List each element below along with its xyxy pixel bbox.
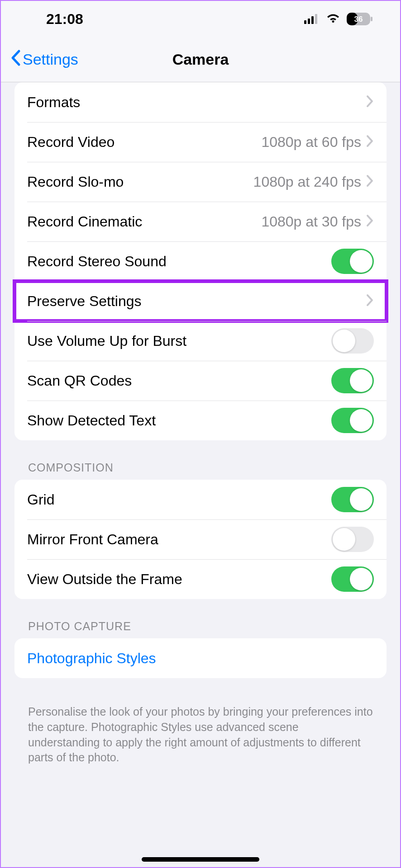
row-label: Record Slo-mo xyxy=(27,174,253,190)
cellular-icon xyxy=(304,11,320,28)
back-label: Settings xyxy=(23,51,78,68)
svg-rect-3 xyxy=(315,14,317,24)
row-value: 1080p at 240 fps xyxy=(253,174,361,190)
settings-row[interactable]: Mirror Front Camera xyxy=(14,519,387,559)
settings-row[interactable]: Use Volume Up for Burst xyxy=(14,321,387,361)
chevron-left-icon xyxy=(10,49,21,70)
settings-row[interactable]: Formats xyxy=(14,82,387,122)
row-label: Preserve Settings xyxy=(27,293,366,310)
toggle-switch[interactable] xyxy=(331,566,374,592)
svg-rect-6 xyxy=(371,17,372,21)
section-header: COMPOSITION xyxy=(1,461,400,480)
section-footer: Personalise the look of your photos by b… xyxy=(1,699,400,765)
row-label: Record Stereo Sound xyxy=(27,253,331,270)
toggle-switch[interactable] xyxy=(331,527,374,552)
row-label: Show Detected Text xyxy=(27,412,331,429)
status-bar: 21:08 36 xyxy=(1,1,400,37)
status-right: 36 xyxy=(304,11,373,28)
chevron-right-icon xyxy=(366,174,374,189)
toggle-switch[interactable] xyxy=(331,328,374,354)
chevron-right-icon xyxy=(366,94,374,110)
battery-icon: 36 xyxy=(347,13,373,25)
row-label: View Outside the Frame xyxy=(27,571,331,588)
row-value: 1080p at 60 fps xyxy=(261,134,361,151)
chevron-right-icon xyxy=(366,293,374,309)
row-label: Record Video xyxy=(27,134,261,151)
svg-rect-0 xyxy=(304,20,306,24)
settings-row[interactable]: View Outside the Frame xyxy=(14,559,387,599)
row-label: Mirror Front Camera xyxy=(27,531,331,548)
settings-row[interactable]: Grid xyxy=(14,480,387,519)
row-label: Scan QR Codes xyxy=(27,373,331,389)
settings-section: GridMirror Front CameraView Outside the … xyxy=(14,480,387,599)
svg-rect-1 xyxy=(308,19,310,24)
svg-text:36: 36 xyxy=(354,15,363,24)
nav-bar: Settings Camera xyxy=(1,37,400,82)
settings-row[interactable]: Preserve Settings xyxy=(14,281,387,321)
section-header: PHOTO CAPTURE xyxy=(1,620,400,638)
row-label: Record Cinematic xyxy=(27,213,261,230)
wifi-icon xyxy=(326,11,340,28)
settings-row[interactable]: Scan QR Codes xyxy=(14,361,387,401)
row-label: Use Volume Up for Burst xyxy=(27,333,331,349)
settings-row[interactable]: Record Stereo Sound xyxy=(14,241,387,281)
settings-section: Photographic Styles xyxy=(14,638,387,678)
toggle-switch[interactable] xyxy=(331,487,374,512)
toggle-switch[interactable] xyxy=(331,408,374,433)
settings-section: FormatsRecord Video1080p at 60 fpsRecord… xyxy=(14,82,387,440)
settings-row[interactable]: Record Video1080p at 60 fps xyxy=(14,122,387,162)
chevron-right-icon xyxy=(366,134,374,150)
row-value: 1080p at 30 fps xyxy=(261,213,361,230)
svg-rect-2 xyxy=(311,16,314,24)
row-label: Formats xyxy=(27,94,366,111)
settings-row[interactable]: Photographic Styles xyxy=(14,638,387,678)
toggle-switch[interactable] xyxy=(331,249,374,274)
settings-row[interactable]: Show Detected Text xyxy=(14,401,387,440)
row-label: Grid xyxy=(27,491,331,508)
row-label: Photographic Styles xyxy=(27,650,374,667)
home-indicator xyxy=(142,857,259,862)
settings-row[interactable]: Record Slo-mo1080p at 240 fps xyxy=(14,162,387,202)
back-button[interactable]: Settings xyxy=(10,49,78,70)
status-time: 21:08 xyxy=(46,11,83,28)
toggle-switch[interactable] xyxy=(331,368,374,393)
settings-row[interactable]: Record Cinematic1080p at 30 fps xyxy=(14,202,387,241)
chevron-right-icon xyxy=(366,214,374,229)
